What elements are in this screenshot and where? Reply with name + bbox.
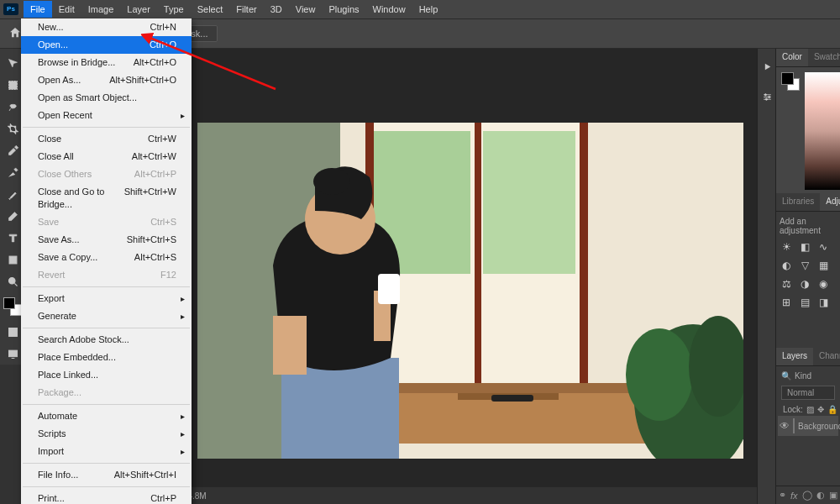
- layers-panel-tabs: Layers Channels: [776, 348, 840, 366]
- menu-window[interactable]: Window: [366, 1, 412, 18]
- file-menu-item[interactable]: Search Adobe Stock...: [21, 331, 192, 349]
- photofilter-icon[interactable]: ◉: [816, 277, 830, 291]
- file-menu-item[interactable]: Browse in Bridge...Alt+Ctrl+O: [21, 54, 192, 71]
- right-panels: Color Swatches Libraries Adjustments Add…: [775, 49, 840, 504]
- menu-plugins[interactable]: Plugins: [322, 1, 365, 18]
- home-icon[interactable]: [8, 26, 22, 41]
- layer-row[interactable]: 👁 Background: [778, 416, 838, 436]
- svg-rect-1: [9, 256, 17, 264]
- group-icon[interactable]: ▣: [829, 490, 837, 501]
- file-menu-item[interactable]: Import: [21, 443, 192, 460]
- file-menu-item[interactable]: Open As...Alt+Shift+Ctrl+O: [21, 71, 192, 89]
- play-icon[interactable]: [758, 54, 776, 79]
- file-menu-item[interactable]: Automate: [21, 407, 192, 425]
- blend-mode-select[interactable]: Normal: [781, 386, 835, 400]
- svg-rect-18: [491, 395, 533, 402]
- file-menu-item[interactable]: Save As...Shift+Ctrl+S: [21, 231, 192, 249]
- tab-libraries[interactable]: Libraries: [776, 193, 820, 211]
- file-menu-item[interactable]: CloseCtrl+W: [21, 130, 192, 148]
- layer-thumbnail[interactable]: [793, 418, 795, 433]
- layer-name[interactable]: Background: [798, 422, 840, 431]
- menu-select[interactable]: Select: [191, 1, 230, 18]
- menu-bar: Ps FileEditImageLayerTypeSelectFilter3DV…: [0, 0, 840, 18]
- tab-swatches[interactable]: Swatches: [808, 49, 840, 66]
- file-menu-item[interactable]: Place Linked...: [21, 366, 192, 384]
- mask-icon[interactable]: ◯: [802, 490, 812, 501]
- tab-channels[interactable]: Channels: [813, 348, 840, 365]
- file-menu-item: RevertF12: [21, 266, 192, 284]
- file-menu-item: Close OthersAlt+Ctrl+P: [21, 165, 192, 183]
- svg-point-24: [313, 168, 350, 195]
- color-picker-gradient[interactable]: [805, 72, 840, 190]
- lock-label: Lock:: [783, 405, 803, 414]
- foreground-background-swatch[interactable]: [3, 297, 22, 316]
- menu-edit[interactable]: Edit: [52, 1, 81, 18]
- photoshop-logo-icon: Ps: [3, 3, 18, 15]
- svg-rect-26: [378, 274, 400, 304]
- lock-all-icon[interactable]: 🔒: [827, 405, 837, 414]
- tab-adjustments[interactable]: Adjustments: [820, 193, 840, 211]
- svg-point-29: [764, 93, 766, 95]
- hue-icon[interactable]: ▦: [816, 259, 830, 272]
- file-menu-item[interactable]: Generate: [21, 307, 192, 325]
- file-menu-item[interactable]: Close AllAlt+Ctrl+W: [21, 148, 192, 165]
- file-menu-item[interactable]: Open as Smart Object...: [21, 89, 192, 107]
- invert-icon[interactable]: ◨: [816, 296, 830, 309]
- properties-icon[interactable]: [758, 84, 776, 109]
- tab-layers[interactable]: Layers: [776, 348, 813, 365]
- bw-icon[interactable]: ◑: [798, 277, 811, 291]
- layers-footer: ⚭ fx ◯ ◐ ▣: [776, 486, 840, 504]
- mixer-icon[interactable]: ⊞: [780, 296, 793, 309]
- adjustments-panel: Add an adjustment ☀ ◧ ∿ ◐ ▽ ▦ ⚖ ◑ ◉ ⊞ ▤ …: [776, 212, 840, 314]
- link-icon[interactable]: ⚭: [779, 490, 786, 501]
- color-panel[interactable]: [776, 67, 840, 193]
- file-menu-item[interactable]: Open Recent: [21, 107, 192, 124]
- exposure-icon[interactable]: ◐: [780, 259, 793, 272]
- file-menu-item[interactable]: Close and Go to Bridge...Shift+Ctrl+W: [21, 183, 192, 213]
- color-swatch-icon[interactable]: [781, 72, 800, 91]
- lock-position-icon[interactable]: ✥: [817, 405, 824, 414]
- file-menu-item[interactable]: Print...Ctrl+P: [21, 490, 192, 504]
- menu-image[interactable]: Image: [81, 1, 121, 18]
- file-menu-item[interactable]: New...Ctrl+N: [21, 18, 192, 36]
- menu-file[interactable]: File: [24, 1, 52, 18]
- svg-point-4: [11, 330, 15, 334]
- file-menu-item[interactable]: Scripts: [21, 425, 192, 443]
- vibrance-icon[interactable]: ▽: [798, 259, 811, 272]
- adjustments-hint: Add an adjustment: [780, 217, 837, 235]
- file-menu-item: Package...: [21, 384, 192, 402]
- menu-help[interactable]: Help: [412, 1, 445, 18]
- document-canvas[interactable]: [197, 123, 743, 459]
- svg-rect-5: [8, 350, 17, 357]
- file-menu-item[interactable]: File Info...Alt+Shift+Ctrl+I: [21, 466, 192, 484]
- levels-icon[interactable]: ◧: [798, 240, 811, 254]
- layers-panel: 🔍 Kind Normal Lock: ▨ ✥ 🔒 👁 Background: [776, 366, 840, 439]
- svg-rect-11: [475, 123, 481, 391]
- brightness-icon[interactable]: ☀: [780, 240, 793, 254]
- menu-type[interactable]: Type: [157, 1, 191, 18]
- search-icon[interactable]: 🔍: [781, 371, 791, 381]
- adjustment-layer-icon[interactable]: ◐: [816, 490, 825, 501]
- lookup-icon[interactable]: ▤: [798, 296, 811, 309]
- adjustments-panel-tabs: Libraries Adjustments: [776, 193, 840, 212]
- menu-view[interactable]: View: [289, 1, 323, 18]
- menu-3d[interactable]: 3D: [264, 1, 289, 18]
- color-panel-tabs: Color Swatches: [776, 49, 840, 67]
- svg-point-31: [765, 98, 767, 100]
- visibility-icon[interactable]: 👁: [780, 420, 790, 432]
- file-menu-dropdown: New...Ctrl+NOpen...Ctrl+OBrowse in Bridg…: [21, 18, 192, 504]
- menu-filter[interactable]: Filter: [229, 1, 263, 18]
- file-menu-item[interactable]: Open...Ctrl+O: [21, 36, 192, 54]
- curves-icon[interactable]: ∿: [816, 240, 830, 254]
- file-menu-item[interactable]: Export: [21, 290, 192, 307]
- file-menu-item[interactable]: Save a Copy...Alt+Ctrl+S: [21, 249, 192, 266]
- lock-pixels-icon[interactable]: ▨: [806, 405, 814, 414]
- fx-icon[interactable]: fx: [790, 491, 798, 501]
- tab-color[interactable]: Color: [776, 49, 808, 66]
- file-menu-item[interactable]: Place Embedded...: [21, 349, 192, 366]
- menu-layer[interactable]: Layer: [120, 1, 157, 18]
- svg-point-30: [768, 96, 769, 97]
- layer-filter-label[interactable]: Kind: [795, 371, 811, 381]
- balance-icon[interactable]: ⚖: [780, 277, 793, 291]
- svg-point-20: [626, 328, 693, 421]
